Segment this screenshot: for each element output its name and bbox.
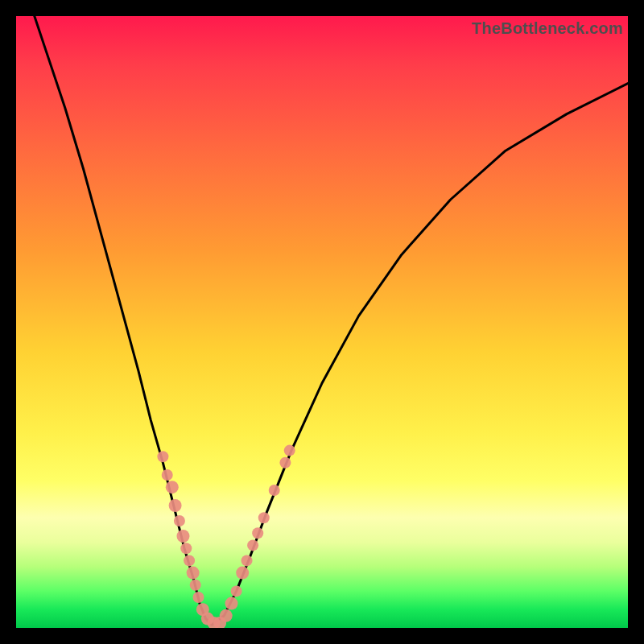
chart-frame: TheBottleneck.com xyxy=(16,16,628,628)
chart-svg xyxy=(16,16,628,628)
data-marker xyxy=(190,580,201,591)
data-marker xyxy=(166,481,179,493)
bottleneck-curve xyxy=(35,16,628,625)
marker-group xyxy=(157,445,295,628)
data-marker xyxy=(284,445,295,456)
data-marker xyxy=(236,567,249,580)
data-marker xyxy=(247,539,258,551)
plot-area: TheBottleneck.com xyxy=(16,16,628,628)
data-marker xyxy=(258,512,270,523)
data-marker xyxy=(231,585,242,597)
data-marker xyxy=(252,527,263,539)
data-marker xyxy=(220,609,233,622)
data-marker xyxy=(157,451,168,462)
data-marker xyxy=(192,592,204,603)
data-marker xyxy=(180,543,192,554)
data-marker xyxy=(269,485,280,496)
data-marker xyxy=(279,457,291,469)
data-marker xyxy=(162,469,173,481)
data-marker xyxy=(225,597,238,610)
data-marker xyxy=(176,530,189,543)
data-marker xyxy=(169,499,182,512)
curve-group xyxy=(35,16,628,625)
data-marker xyxy=(184,555,195,566)
data-marker xyxy=(174,515,185,526)
data-marker xyxy=(187,567,200,580)
data-marker xyxy=(242,555,253,566)
